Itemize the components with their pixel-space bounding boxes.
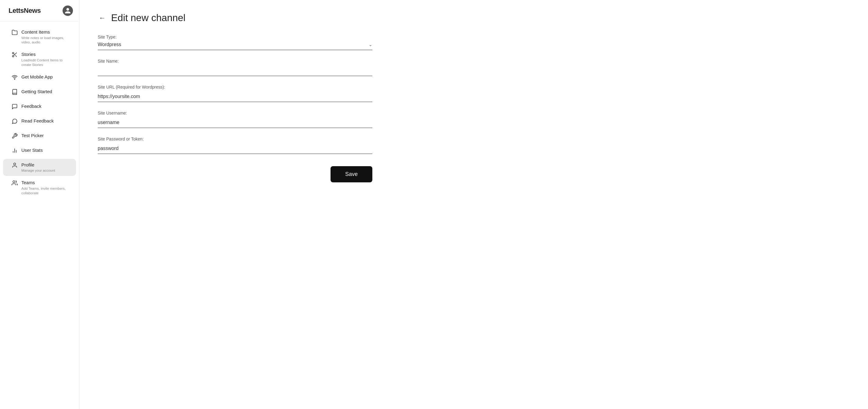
sidebar-item-read-feedback[interactable]: Read Feedback [3,115,76,129]
nav-label-user-stats: User Stats [21,147,43,153]
chevron-down-icon: ⌄ [369,42,372,47]
site-url-label: Site URL (Required for Wordpress): [98,85,372,89]
main-content: ← Edit new channel Site Type: Wordpress … [79,0,868,409]
nav-text-teams: Teams Add Teams, invite members, collabo… [21,180,70,195]
nav-label-test-picker: Test Picker [21,133,44,139]
nav-text-profile: Profile Manage your account [21,162,55,173]
rss-icon [11,74,18,82]
site-type-value: Wordpress [98,42,367,47]
site-password-input[interactable] [98,144,372,154]
book-icon [11,89,18,96]
wrench-icon [11,133,18,141]
sidebar-item-content-items[interactable]: Content Items Write notes or load images… [3,26,76,48]
svg-point-1 [12,56,14,57]
chat-square-icon [11,118,18,126]
page-title: Edit new channel [111,12,186,24]
nav-label-read-feedback: Read Feedback [21,118,54,124]
back-button[interactable]: ← [98,13,107,23]
nav-sub-profile: Manage your account [21,168,55,173]
svg-line-3 [15,55,17,57]
site-url-field: Site URL (Required for Wordpress): [98,85,372,102]
page-header: ← Edit new channel [98,12,850,24]
sidebar: LettsNews Content Items Write notes or l… [0,0,79,409]
stats-icon [11,148,18,155]
site-username-input[interactable] [98,118,372,128]
svg-point-9 [14,163,16,165]
site-type-field: Site Type: Wordpress ⌄ [98,34,372,50]
sidebar-item-mobile-app[interactable]: Get Mobile App [3,71,76,85]
nav-sub-teams: Add Teams, invite members, collaborate [21,186,70,196]
svg-point-5 [14,79,15,80]
person-icon [11,162,18,170]
site-password-label: Site Password or Token: [98,137,372,141]
sidebar-item-profile[interactable]: Profile Manage your account [3,159,76,176]
site-url-input[interactable] [98,92,372,102]
svg-point-0 [12,53,14,54]
nav-sub-stories: Load/edit Content Items to create Storie… [21,58,70,67]
svg-point-10 [13,181,15,183]
nav-label-mobile-app: Get Mobile App [21,74,53,80]
sidebar-item-stories[interactable]: Stories Load/edit Content Items to creat… [3,48,76,70]
sidebar-item-teams[interactable]: Teams Add Teams, invite members, collabo… [3,177,76,198]
nav-label-getting-started: Getting Started [21,89,52,95]
nav-text-user-stats: User Stats [21,147,43,153]
logo-prefix: Letts [8,7,24,14]
nav-text-content-items: Content Items Write notes or load images… [21,29,70,45]
sidebar-item-user-stats[interactable]: User Stats [3,144,76,158]
sidebar-item-test-picker[interactable]: Test Picker [3,129,76,144]
nav-label-profile: Profile [21,162,55,168]
nav-text-feedback: Feedback [21,103,41,109]
sidebar-nav: Content Items Write notes or load images… [0,22,79,403]
form-actions: Save [98,166,372,182]
sidebar-header: LettsNews [0,0,79,22]
nav-sub-content-items: Write notes or load images, video, audio [21,36,70,45]
nav-text-stories: Stories Load/edit Content Items to creat… [21,51,70,67]
nav-label-stories: Stories [21,51,70,57]
site-username-field: Site Username: [98,111,372,128]
chat-icon [11,104,18,111]
site-password-field: Site Password or Token: [98,137,372,154]
site-name-label: Site Name: [98,59,372,63]
logo-suffix: News [24,7,40,14]
sidebar-item-feedback[interactable]: Feedback [3,100,76,114]
sidebar-item-getting-started[interactable]: Getting Started [3,86,76,99]
nav-text-test-picker: Test Picker [21,133,44,139]
save-button[interactable]: Save [331,166,372,182]
nav-label-content-items: Content Items [21,29,70,35]
site-type-dropdown[interactable]: Wordpress ⌄ [98,42,372,50]
folder-icon [11,29,18,37]
nav-text-read-feedback: Read Feedback [21,118,54,124]
nav-label-feedback: Feedback [21,103,41,109]
logo: LettsNews [8,7,41,14]
avatar[interactable] [63,5,73,16]
nav-text-getting-started: Getting Started [21,89,52,95]
site-type-label: Site Type: [98,34,372,39]
site-name-field: Site Name: [98,59,372,76]
nav-label-teams: Teams [21,180,70,186]
scissors-icon [11,52,18,59]
site-name-input[interactable] [98,66,372,76]
nav-text-mobile-app: Get Mobile App [21,74,53,80]
svg-line-4 [14,54,14,55]
form-section: Site Type: Wordpress ⌄ Site Name: Site U… [98,34,372,182]
site-username-label: Site Username: [98,111,372,115]
people-icon [11,180,18,187]
